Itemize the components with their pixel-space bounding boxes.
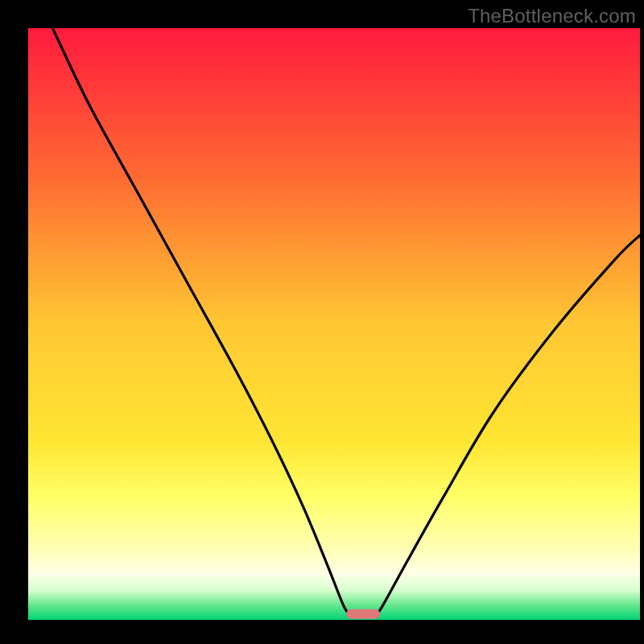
bottom-marker-pill [346, 609, 380, 619]
chart-svg [0, 0, 644, 644]
watermark-text: TheBottleneck.com [468, 5, 636, 27]
chart-frame: TheBottleneck.com [0, 0, 644, 644]
plot-background [28, 28, 640, 620]
